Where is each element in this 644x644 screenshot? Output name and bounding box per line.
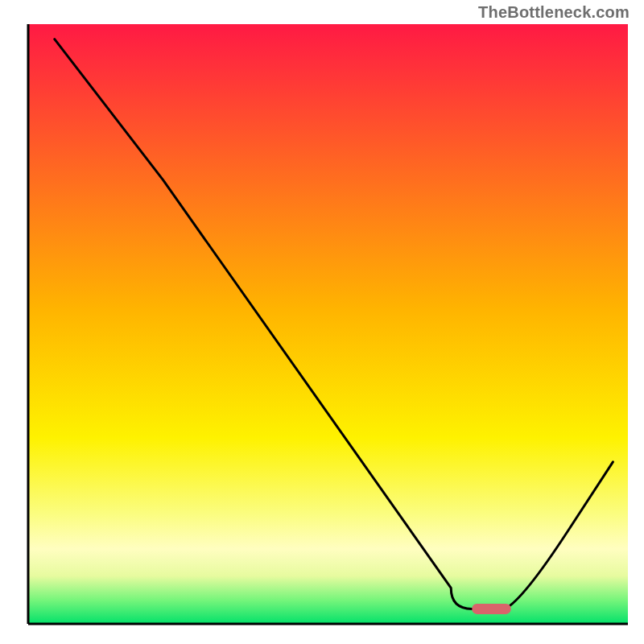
- bottleneck-chart: [0, 0, 644, 644]
- watermark-text: TheBottleneck.com: [478, 3, 630, 22]
- plot-background: [28, 24, 628, 624]
- optimal-marker: [472, 604, 510, 614]
